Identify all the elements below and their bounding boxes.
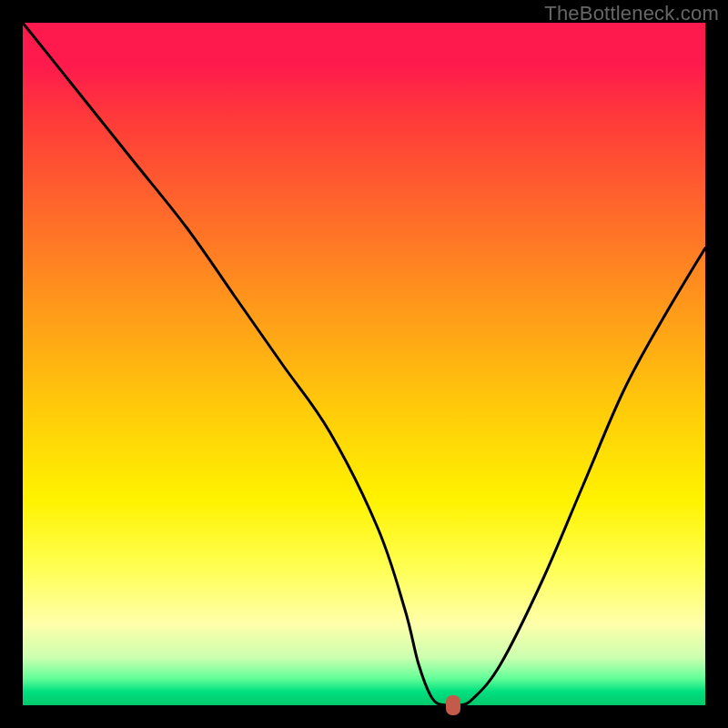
bottleneck-curve [23,23,705,705]
optimal-point-marker [446,695,460,715]
plot-area [23,23,705,705]
chart-frame: TheBottleneck.com [0,0,728,728]
watermark-text: TheBottleneck.com [544,2,719,25]
